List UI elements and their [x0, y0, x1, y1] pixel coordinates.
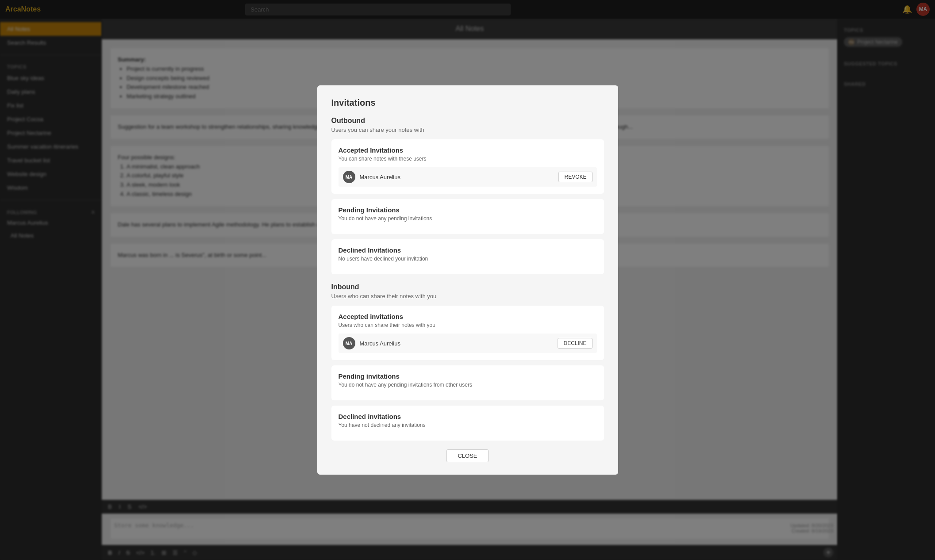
decline-button[interactable]: DECLINE: [558, 338, 592, 349]
revoke-button[interactable]: REVOKE: [558, 172, 592, 182]
inbound-accepted-box: Accepted invitations Users who can share…: [331, 306, 604, 360]
inbound-subtitle: Users who can share their notes with you: [331, 293, 604, 299]
inbound-user-name: Marcus Aurelius: [360, 340, 400, 347]
outbound-title: Outbound: [331, 117, 604, 125]
outbound-subtitle: Users you can share your notes with: [331, 127, 604, 133]
user-avatar-ma: MA: [343, 171, 355, 183]
declined-subtitle: No users have declined your invitation: [339, 256, 597, 262]
declined-invitations-box: Declined Invitations No users have decli…: [331, 239, 604, 274]
outbound-section: Outbound Users you can share your notes …: [331, 117, 604, 274]
inbound-pending-subtitle: You do not have any pending invitations …: [339, 382, 597, 388]
declined-title: Declined Invitations: [339, 246, 597, 254]
user-info: MA Marcus Aurelius: [343, 171, 400, 183]
accepted-subtitle: You can share notes with these users: [339, 156, 597, 162]
inbound-declined-subtitle: You have not declined any invitations: [339, 422, 597, 428]
accepted-invitations-box: Accepted Invitations You can share notes…: [331, 139, 604, 194]
accepted-user-row: MA Marcus Aurelius REVOKE: [339, 167, 597, 187]
accepted-title: Accepted Invitations: [339, 146, 597, 154]
inbound-pending-title: Pending invitations: [339, 372, 597, 380]
pending-subtitle: You do not have any pending invitations: [339, 215, 597, 222]
inbound-pending-box: Pending invitations You do not have any …: [331, 365, 604, 400]
inbound-accepted-subtitle: Users who can share their notes with you: [339, 322, 597, 328]
inbound-declined-title: Declined invitations: [339, 413, 597, 420]
user-name: Marcus Aurelius: [360, 174, 400, 180]
inbound-user-row: MA Marcus Aurelius DECLINE: [339, 334, 597, 353]
inbound-declined-box: Declined invitations You have not declin…: [331, 406, 604, 441]
inbound-user-avatar: MA: [343, 337, 355, 349]
modal-title: Invitations: [331, 98, 604, 108]
inbound-user-info: MA Marcus Aurelius: [343, 337, 400, 349]
modal-overlay: Invitations Outbound Users you can share…: [0, 0, 935, 560]
close-modal-button[interactable]: CLOSE: [446, 449, 488, 462]
inbound-section: Inbound Users who can share their notes …: [331, 283, 604, 441]
invitations-modal: Invitations Outbound Users you can share…: [317, 85, 618, 475]
pending-title: Pending Invitations: [339, 206, 597, 214]
inbound-accepted-title: Accepted invitations: [339, 313, 597, 320]
pending-invitations-box: Pending Invitations You do not have any …: [331, 199, 604, 234]
inbound-title: Inbound: [331, 283, 604, 291]
